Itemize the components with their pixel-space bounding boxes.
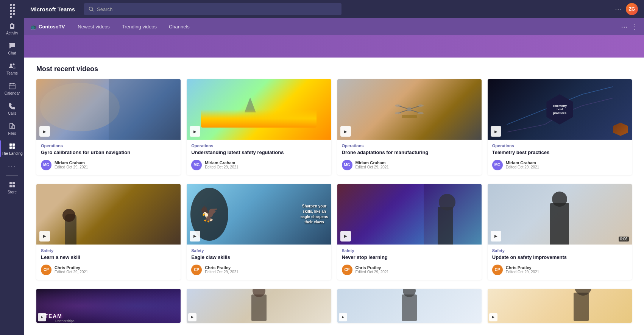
author-meta-v2: Miriam Graham Edited Oct 29, 2021 [205,160,238,169]
author-date-v7: Edited Oct 29, 2021 [356,270,389,274]
video-category-v5: Safety [41,248,176,253]
more-icon: ··· [8,162,17,171]
video-card-v11[interactable]: ▶ [337,289,482,323]
video-category-v6: Safety [191,248,326,253]
play-button-v9[interactable]: ▶ [38,313,46,321]
video-card-v1[interactable]: ▶ Operations Gyro calibrations for urban… [36,79,181,175]
author-meta-v8: Chris Pratley Edited Oct 29, 2021 [506,265,539,274]
author-date-v4: Edited Oct 29, 2021 [506,165,539,169]
svg-rect-27 [402,115,417,118]
video-card-v2[interactable]: ▶ Operations Understanding latest safety… [187,79,331,175]
store-icon [8,180,17,189]
video-card-v9[interactable]: STEAM Partnerships ▶ [36,289,181,323]
play-button-v12[interactable]: ▶ [489,313,497,321]
play-button-v8[interactable]: ▶ [491,231,501,242]
sidebar-item-calls[interactable]: Calls [0,98,24,118]
play-button-v1[interactable]: ▶ [39,126,50,137]
video-card-v12[interactable]: ▶ [488,289,632,323]
author-avatar-v6: CP [191,265,202,275]
teams-label: Teams [6,71,17,75]
nav-link-trending[interactable]: Trending videos [117,21,162,33]
files-icon [8,122,17,131]
sidebar-item-chat[interactable]: Chat [0,38,24,58]
video-category-v7: Safety [342,248,477,253]
title-bar: Microsoft Teams ··· ZG [24,0,644,18]
video-grid-row-2: ▶ Safety Learn a new skill CP Chris Prat… [36,184,632,280]
nav-ellipsis-icon[interactable]: ⋮ [630,22,638,31]
sidebar-item-activity[interactable]: Activity [0,18,24,38]
author-name-v1: Miriam Graham [55,160,88,165]
thumbnail-v9: STEAM Partnerships ▶ [36,289,181,323]
play-button-v7[interactable]: ▶ [340,231,351,242]
sidebar-item-files[interactable]: Files [0,118,24,139]
user-avatar[interactable]: ZG [626,3,638,15]
thumb-content-v3 [337,79,482,140]
video-card-v4[interactable]: Telemetrybestpractices ▶ Operations Tele… [488,79,632,175]
nav-bar: 📺 ContosoTV Newest videos Trending video… [24,18,644,35]
video-author-v7: CP Chris Pratley Edited Oct 29, 2021 [342,265,477,275]
video-card-v8[interactable]: ▶ 0:06 Safety Update on safety improveme… [488,184,632,280]
video-author-v8: CP Chris Pratley Edited Oct 29, 2021 [492,265,627,275]
nav-more-icon[interactable]: ··· [621,22,627,31]
play-button-v5[interactable]: ▶ [39,231,50,242]
video-title-v4: Telemetry best practices [492,150,627,156]
thumbnail-v2: ▶ [187,79,331,140]
play-button-v2[interactable]: ▶ [190,126,200,137]
play-button-v4[interactable]: ▶ [491,126,501,137]
svg-point-16 [89,7,93,11]
hexagon-text: Telemetrybestpractices [553,104,567,115]
sidebar-item-teams[interactable]: Teams [0,58,24,78]
video-card-v7[interactable]: ▶ Safety Never stop learning CP Chris Pr… [337,184,482,280]
thumb-content-v6: 🦅 Sharpen yourskills, like aneagle sharp… [187,184,331,245]
nav-link-newest[interactable]: Newest videos [72,21,115,33]
video-category-v3: Operations [342,143,477,148]
video-author-v2: MG Miriam Graham Edited Oct 29, 2021 [191,160,326,170]
thumb-content-v10 [187,289,331,323]
sidebar-item-store[interactable]: Store [0,177,24,197]
banner [24,35,644,58]
thumbnail-v12: ▶ [488,289,632,323]
author-name-v3: Miriam Graham [356,160,389,165]
calendar-icon [8,81,17,90]
video-title-v1: Gyro calibrations for urban navigation [41,150,176,156]
svg-rect-9 [12,143,15,146]
author-date-v5: Edited Oct 29, 2021 [55,270,88,274]
video-category-v2: Operations [191,143,326,148]
svg-rect-18 [407,108,411,111]
search-input[interactable] [97,6,337,12]
author-avatar-v5: CP [41,265,51,275]
activity-label: Activity [6,31,18,35]
sidebar-item-the-landing[interactable]: The Landing [0,139,24,159]
calls-icon [8,101,17,111]
author-meta-v1: Miriam Graham Edited Oct 29, 2021 [55,160,88,169]
author-name-v6: Chris Pratley [205,265,238,270]
eagle-overlay-text: Sharpen yourskills, like aneagle sharpen… [301,204,328,225]
video-category-v4: Operations [492,143,627,148]
author-meta-v6: Chris Pratley Edited Oct 29, 2021 [205,265,238,274]
more-options-icon[interactable]: ··· [615,5,621,14]
svg-point-24 [418,104,424,107]
video-card-v3[interactable]: ▶ Operations Drone adaptations for manuf… [337,79,482,175]
video-category-v1: Operations [41,143,176,148]
thumbnail-v11: ▶ [337,289,482,323]
video-card-v10[interactable]: ▶ [187,289,331,323]
apps-icon [8,6,17,15]
play-button-v10[interactable]: ▶ [188,313,196,321]
author-date-v3: Edited Oct 29, 2021 [356,165,389,169]
author-avatar-v2: MG [191,160,202,170]
video-category-v8: Safety [492,248,627,253]
author-meta-v7: Chris Pratley Edited Oct 29, 2021 [356,265,389,274]
svg-rect-12 [9,182,12,184]
sidebar-item-calendar[interactable]: Calendar [0,78,24,98]
play-button-v6[interactable]: ▶ [190,231,200,242]
sidebar-item-more[interactable]: ··· [0,159,24,174]
play-button-v11[interactable]: ▶ [339,313,347,321]
video-card-v6[interactable]: 🦅 Sharpen yourskills, like aneagle sharp… [187,184,331,280]
nav-logo-text: ContosoTV [39,24,65,30]
author-date-v6: Edited Oct 29, 2021 [205,270,238,274]
play-button-v3[interactable]: ▶ [340,126,351,137]
sidebar-apps-grid[interactable] [0,3,24,18]
video-card-v5[interactable]: ▶ Safety Learn a new skill CP Chris Prat… [36,184,181,280]
svg-point-0 [10,64,12,66]
nav-link-channels[interactable]: Channels [164,21,195,33]
